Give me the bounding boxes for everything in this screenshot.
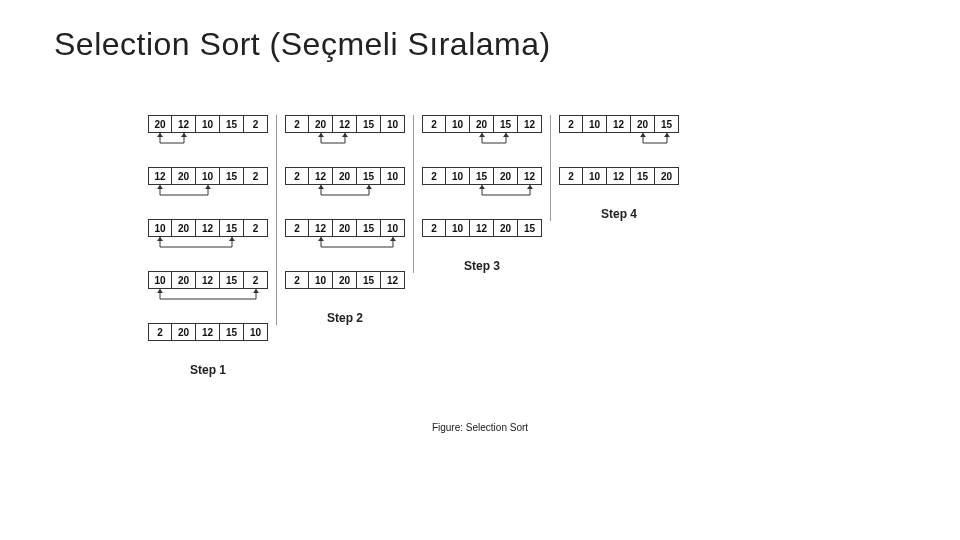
array-cell: 15 [357, 115, 381, 133]
array-cell: 15 [220, 167, 244, 185]
array-cell: 10 [446, 115, 470, 133]
step-column: 201210152 122010152 102012152 102012152 [140, 115, 276, 377]
array-cell: 2 [559, 167, 583, 185]
array: 102012152 [148, 271, 268, 289]
array: 102012152 [148, 219, 268, 237]
array-cell: 10 [196, 115, 220, 133]
step-label: Step 3 [464, 259, 500, 273]
svg-marker-19 [664, 133, 670, 137]
array-cell: 15 [220, 219, 244, 237]
swap-arrow-icon [148, 133, 268, 149]
array-cell: 12 [518, 115, 542, 133]
array-cell: 12 [148, 167, 172, 185]
swap-arrow-icon [422, 185, 542, 201]
array-cell: 15 [518, 219, 542, 237]
array-cell: 15 [357, 167, 381, 185]
array-row: 210201512 [285, 271, 405, 289]
array-cell: 20 [655, 167, 679, 185]
array-cell: 20 [333, 271, 357, 289]
array: 212201510 [285, 167, 405, 185]
array-cell: 20 [494, 219, 518, 237]
step-column: 210201512 210152012 210122015Step 3 [413, 115, 550, 273]
array-cell: 2 [244, 115, 268, 133]
array-cell: 10 [381, 167, 405, 185]
svg-marker-7 [253, 289, 259, 293]
array-cell: 10 [381, 219, 405, 237]
array-cell: 12 [309, 167, 333, 185]
svg-marker-18 [640, 133, 646, 137]
array: 210122015 [559, 115, 679, 133]
array-cell: 15 [470, 167, 494, 185]
array-row: 210201512 [422, 115, 542, 149]
svg-marker-17 [527, 185, 533, 189]
array-cell: 12 [196, 219, 220, 237]
array-cell: 20 [172, 219, 196, 237]
array-row: 102012152 [148, 219, 268, 253]
array-cell: 20 [148, 115, 172, 133]
array-cell: 20 [333, 219, 357, 237]
array-cell: 12 [172, 115, 196, 133]
array: 220121510 [148, 323, 268, 341]
array: 122010152 [148, 167, 268, 185]
array-cell: 10 [196, 167, 220, 185]
array-row: 212201510 [285, 219, 405, 253]
step-column: 210122015 210121520Step 4 [550, 115, 687, 221]
swap-arrow-icon [422, 133, 542, 149]
array-cell: 2 [422, 167, 446, 185]
array-cell: 12 [518, 167, 542, 185]
svg-marker-13 [390, 237, 396, 241]
array-cell: 20 [172, 323, 196, 341]
svg-marker-2 [157, 185, 163, 189]
svg-marker-5 [229, 237, 235, 241]
array: 212201510 [285, 219, 405, 237]
page-title: Selection Sort (Seçmeli Sıralama) [54, 26, 551, 63]
array-cell: 2 [422, 115, 446, 133]
array-cell: 2 [422, 219, 446, 237]
array-cell: 20 [172, 271, 196, 289]
array-cell: 15 [494, 115, 518, 133]
array-cell: 15 [357, 271, 381, 289]
figure-caption: Figure: Selection Sort [0, 422, 960, 433]
array-cell: 2 [285, 219, 309, 237]
svg-marker-15 [503, 133, 509, 137]
array-cell: 15 [220, 271, 244, 289]
array: 210122015 [422, 219, 542, 237]
array-cell: 10 [446, 167, 470, 185]
array-cell: 12 [333, 115, 357, 133]
svg-marker-1 [181, 133, 187, 137]
array-cell: 2 [244, 167, 268, 185]
array: 210201512 [422, 115, 542, 133]
step-column: 220121510 212201510 212201510 210201512S… [276, 115, 413, 325]
array-cell: 20 [494, 167, 518, 185]
array-cell: 20 [470, 115, 494, 133]
array-cell: 12 [607, 115, 631, 133]
array-cell: 2 [285, 115, 309, 133]
array: 210152012 [422, 167, 542, 185]
array-cell: 12 [470, 219, 494, 237]
array-cell: 20 [631, 115, 655, 133]
array-cell: 15 [220, 115, 244, 133]
svg-marker-4 [157, 237, 163, 241]
svg-marker-14 [479, 133, 485, 137]
array-cell: 2 [244, 271, 268, 289]
array-row: 122010152 [148, 167, 268, 201]
svg-marker-11 [366, 185, 372, 189]
array-cell: 2 [148, 323, 172, 341]
array-cell: 2 [244, 219, 268, 237]
array-cell: 10 [381, 115, 405, 133]
array-row: 212201510 [285, 167, 405, 201]
swap-arrow-icon [285, 237, 405, 253]
selection-sort-diagram: 201210152 122010152 102012152 102012152 [140, 115, 840, 377]
array-cell: 15 [357, 219, 381, 237]
array: 201210152 [148, 115, 268, 133]
array-row: 210121520 [559, 167, 679, 185]
step-label: Step 2 [327, 311, 363, 325]
array-cell: 10 [244, 323, 268, 341]
svg-marker-8 [318, 133, 324, 137]
array-cell: 10 [583, 115, 607, 133]
array-cell: 2 [559, 115, 583, 133]
swap-arrow-icon [148, 185, 268, 201]
array-row: 220121510 [285, 115, 405, 149]
array-cell: 12 [607, 167, 631, 185]
step-label: Step 4 [601, 207, 637, 221]
